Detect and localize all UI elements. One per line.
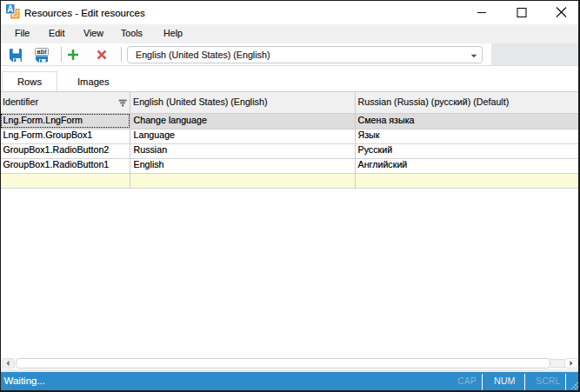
svg-text:abl: abl — [37, 48, 46, 56]
svg-text:A: A — [7, 4, 13, 14]
